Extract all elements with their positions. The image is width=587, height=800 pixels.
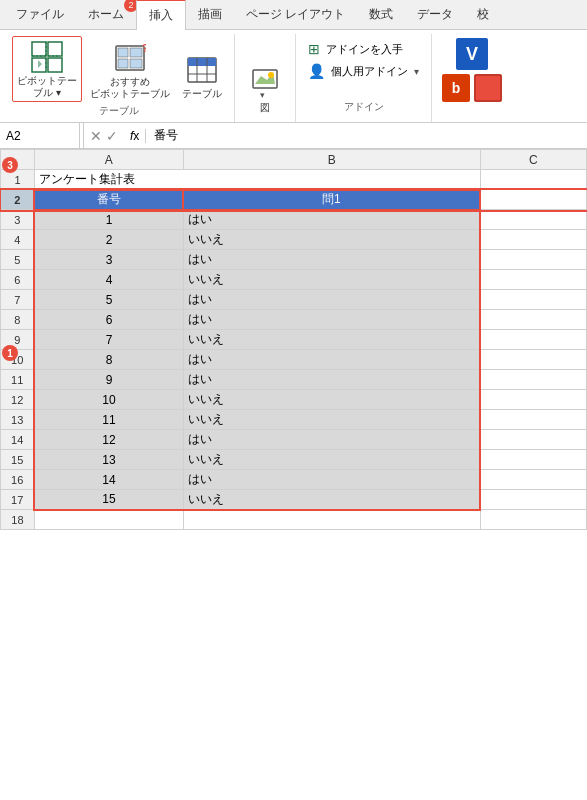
header-cell-num[interactable]: 番号 (34, 190, 183, 210)
cell-11b[interactable]: はい (183, 370, 480, 390)
recommended-pivot-label: おすすめピボットテーブル (90, 76, 170, 100)
cell-7c[interactable] (480, 290, 586, 310)
cell-13c[interactable] (480, 410, 586, 430)
cell-5a[interactable]: 3 (34, 250, 183, 270)
col-a-header[interactable]: A (34, 150, 183, 170)
cell-4a[interactable]: 2 (34, 230, 183, 250)
table-button[interactable]: テーブル (178, 50, 226, 102)
table-row: 10 8 はい (1, 350, 587, 370)
tab-review[interactable]: 校 (465, 0, 501, 29)
cell-reference-box[interactable]: A2 (0, 123, 80, 148)
table-row: 15 13 いいえ (1, 450, 587, 470)
cell-10c[interactable] (480, 350, 586, 370)
cell-17a[interactable]: 15 (34, 490, 183, 510)
cell-12c[interactable] (480, 390, 586, 410)
pivot-table-button[interactable]: ピボットテーブル ▾ (12, 36, 82, 102)
cell-12a[interactable]: 10 (34, 390, 183, 410)
col-b-header[interactable]: B (183, 150, 480, 170)
get-addin-label: アドインを入手 (326, 42, 403, 57)
cell-7a[interactable]: 5 (34, 290, 183, 310)
cell-10b[interactable]: はい (183, 350, 480, 370)
row-num-16: 16 (1, 470, 35, 490)
header-cell-q1[interactable]: 問1 (183, 190, 480, 210)
tab-insert[interactable]: 挿入 (136, 0, 186, 30)
cell-8a[interactable]: 6 (34, 310, 183, 330)
tab-draw[interactable]: 描画 (186, 0, 234, 29)
row-num-12: 12 (1, 390, 35, 410)
cell-14b[interactable]: はい (183, 430, 480, 450)
cell-16a[interactable]: 14 (34, 470, 183, 490)
cell-17b[interactable]: いいえ (183, 490, 480, 510)
table-row: 6 4 いいえ (1, 270, 587, 290)
cell-9a[interactable]: 7 (34, 330, 183, 350)
cell-18a[interactable] (34, 510, 183, 530)
cell-9c[interactable] (480, 330, 586, 350)
pivot-table-icon (29, 39, 65, 75)
table-row: 8 6 はい (1, 310, 587, 330)
cell-6a[interactable]: 4 (34, 270, 183, 290)
tab-file[interactable]: ファイル (4, 0, 76, 29)
tab-home[interactable]: ホーム 2 (76, 0, 136, 29)
cell-15a[interactable]: 13 (34, 450, 183, 470)
cell-6b[interactable]: いいえ (183, 270, 480, 290)
cell-9b[interactable]: いいえ (183, 330, 480, 350)
cell-5c[interactable] (480, 250, 586, 270)
cell-11c[interactable] (480, 370, 586, 390)
confirm-icon[interactable]: ✓ (106, 128, 118, 144)
recommended-pivot-button[interactable]: ? おすすめピボットテーブル (86, 38, 174, 102)
cell-10a[interactable]: 8 (34, 350, 183, 370)
step-3-badge: 3 (2, 157, 18, 173)
cell-17c[interactable] (480, 490, 586, 510)
cell-4c[interactable] (480, 230, 586, 250)
cell-1c[interactable] (480, 170, 586, 190)
cell-3a[interactable]: 1 (34, 210, 183, 230)
title-cell[interactable]: アンケート集計表 (34, 170, 480, 190)
cell-18c[interactable] (480, 510, 586, 530)
cell-8c[interactable] (480, 310, 586, 330)
cancel-icon[interactable]: ✕ (90, 128, 102, 144)
formula-fx: fx (124, 129, 146, 143)
cell-13b[interactable]: いいえ (183, 410, 480, 430)
cell-13a[interactable]: 11 (34, 410, 183, 430)
right-icons: V b (432, 34, 512, 122)
cell-7b[interactable]: はい (183, 290, 480, 310)
cell-15c[interactable] (480, 450, 586, 470)
table-row: 16 14 はい (1, 470, 587, 490)
illustration-button[interactable]: ▾ 図 (243, 64, 287, 116)
table-row: 14 12 はい (1, 430, 587, 450)
pivot-table-label: ピボットテーブル ▾ (17, 75, 77, 99)
cell-11a[interactable]: 9 (34, 370, 183, 390)
cell-16c[interactable] (480, 470, 586, 490)
table-row: 3 1 はい (1, 210, 587, 230)
cell-16b[interactable]: はい (183, 470, 480, 490)
plus-icon: ⊞ (308, 41, 320, 57)
cell-8b[interactable]: はい (183, 310, 480, 330)
row-num-13: 13 (1, 410, 35, 430)
get-addin-button[interactable]: ⊞ アドインを入手 (308, 38, 419, 60)
cell-12b[interactable]: いいえ (183, 390, 480, 410)
illustration-icon: ▾ (247, 66, 283, 102)
cell-2c[interactable] (480, 190, 586, 210)
tab-formula[interactable]: 数式 (357, 0, 405, 29)
cell-14c[interactable] (480, 430, 586, 450)
cell-3c[interactable] (480, 210, 586, 230)
col-c-header[interactable]: C (480, 150, 586, 170)
cell-15b[interactable]: いいえ (183, 450, 480, 470)
table-row: 13 11 いいえ (1, 410, 587, 430)
cell-5b[interactable]: はい (183, 250, 480, 270)
table-row: 5 3 はい (1, 250, 587, 270)
cell-3b[interactable]: はい (183, 210, 480, 230)
cell-4b[interactable]: いいえ (183, 230, 480, 250)
row-num-18: 18 (1, 510, 35, 530)
cell-6c[interactable] (480, 270, 586, 290)
svg-rect-0 (32, 42, 46, 56)
tab-page-layout[interactable]: ページ レイアウト (234, 0, 357, 29)
cell-14a[interactable]: 12 (34, 430, 183, 450)
tab-data[interactable]: データ (405, 0, 465, 29)
sheet-table: A B C 1 アンケート集計表 2 番号 問1 3 1 (0, 149, 587, 530)
svg-rect-2 (48, 42, 62, 56)
table-label: テーブル (182, 88, 222, 100)
table-group-label: テーブル (99, 102, 139, 122)
cell-18b[interactable] (183, 510, 480, 530)
personal-addin-button[interactable]: 👤 個人用アドイン ▾ (308, 60, 419, 82)
